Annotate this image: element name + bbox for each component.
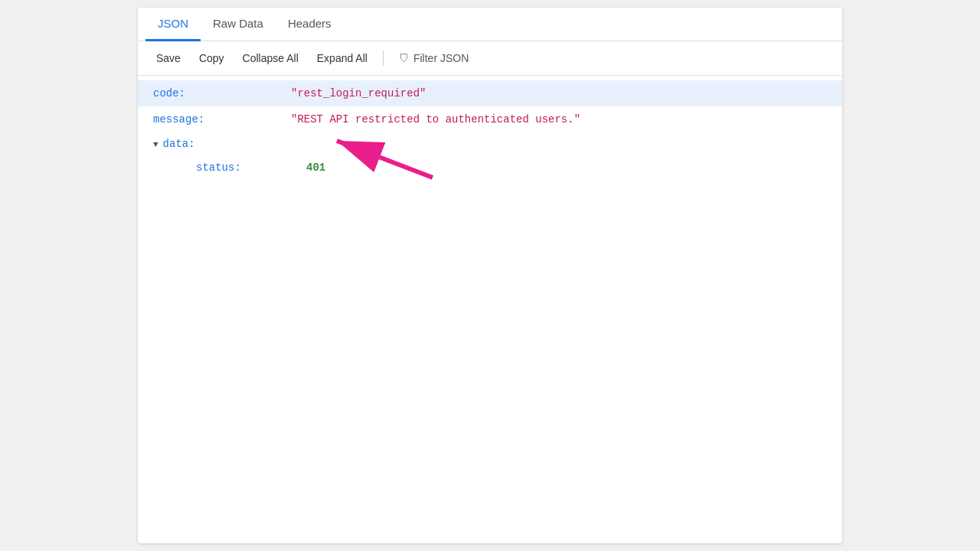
filter-label: Filter JSON: [413, 52, 469, 64]
json-key-status: status:: [196, 159, 306, 176]
filter-icon: ⛉: [399, 53, 409, 64]
toolbar: Save Copy Collapse All Expand All ⛉ Filt…: [138, 41, 842, 76]
json-row-message: message: "REST API restricted to authent…: [138, 106, 842, 132]
tab-json[interactable]: JSON: [145, 8, 201, 41]
tab-bar: JSON Raw Data Headers: [138, 8, 842, 41]
main-panel: JSON Raw Data Headers Save Copy Collapse…: [138, 8, 842, 543]
json-row-data: ▼ data:: [138, 133, 842, 155]
json-value-message: "REST API restricted to authenticated us…: [291, 111, 580, 128]
filter-button[interactable]: ⛉ Filter JSON: [391, 47, 476, 69]
tab-raw-data[interactable]: Raw Data: [201, 8, 276, 41]
tab-headers[interactable]: Headers: [276, 8, 344, 41]
json-viewer: code: "rest_login_required" message: "RE…: [138, 76, 842, 185]
json-row-status-wrapper: status: 401: [138, 155, 842, 181]
json-row-status: status: 401: [138, 155, 842, 181]
json-key-message: message:: [153, 111, 291, 128]
collapse-all-button[interactable]: Collapse All: [235, 47, 306, 69]
json-value-status: 401: [306, 159, 325, 176]
json-value-code: "rest_login_required": [291, 85, 426, 102]
copy-button[interactable]: Copy: [191, 47, 232, 69]
json-key-data: data:: [163, 138, 195, 150]
collapse-toggle-data[interactable]: ▼: [153, 140, 158, 149]
save-button[interactable]: Save: [149, 47, 188, 69]
expand-all-button[interactable]: Expand All: [309, 47, 375, 69]
json-row-code: code: "rest_login_required": [138, 80, 842, 106]
toolbar-divider: [383, 51, 384, 66]
json-key-code: code:: [153, 85, 291, 102]
